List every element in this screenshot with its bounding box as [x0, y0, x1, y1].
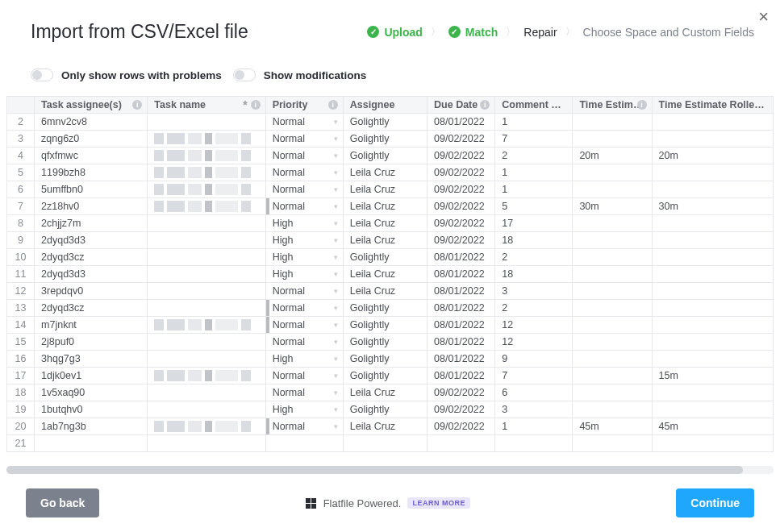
table-row[interactable]: 26mnv2cv8Normal▾Golightly08/01/20221: [7, 114, 774, 131]
table-row[interactable]: 65umffbn0Normal▾Leila Cruz09/02/20221: [7, 181, 774, 198]
cell-assignee[interactable]: Leila Cruz: [343, 164, 427, 181]
cell-priority[interactable]: High▾: [265, 401, 343, 418]
cell-assignee[interactable]: Leila Cruz: [343, 384, 427, 401]
cell-time-estimate[interactable]: [573, 351, 652, 368]
cell-assignee[interactable]: Golightly: [343, 351, 427, 368]
cell-time-estimate-rolled-up[interactable]: [652, 249, 773, 266]
cell-assignee[interactable]: Leila Cruz: [343, 266, 427, 283]
cell-comment-count[interactable]: 1: [495, 418, 573, 435]
cell-due-date[interactable]: 08/01/2022: [428, 317, 495, 334]
cell-comment-count[interactable]: 2: [495, 300, 573, 317]
cell-due-date[interactable]: 08/01/2022: [428, 283, 495, 300]
cell-task-assignees[interactable]: 6mnv2cv8: [35, 114, 148, 131]
table-row[interactable]: 4qfxfmwcNormal▾Golightly09/02/2022220m20…: [7, 148, 774, 164]
cell-task-assignees[interactable]: 1ab7ng3b: [35, 418, 148, 435]
col-priority[interactable]: Priority i: [265, 97, 343, 114]
cell-task-assignees[interactable]: m7jnknt: [35, 317, 148, 334]
cell-due-date[interactable]: 08/01/2022: [428, 334, 495, 351]
cell-assignee[interactable]: Leila Cruz: [343, 418, 427, 435]
cell-task-name[interactable]: [148, 351, 265, 368]
cell-comment-count[interactable]: 2: [495, 148, 573, 164]
dropdown-arrow-icon[interactable]: ▾: [334, 405, 338, 414]
cell-task-name[interactable]: [148, 368, 265, 384]
dropdown-arrow-icon[interactable]: ▾: [334, 236, 338, 244]
dropdown-arrow-icon[interactable]: ▾: [334, 168, 338, 177]
cell-time-estimate[interactable]: [573, 334, 652, 351]
cell-due-date[interactable]: 09/02/2022: [428, 148, 495, 164]
table-row[interactable]: 163hqg7g3High▾Golightly08/01/20229: [7, 351, 774, 368]
dropdown-arrow-icon[interactable]: ▾: [334, 304, 338, 312]
toggle-show-modifications[interactable]: [233, 69, 256, 81]
cell-priority[interactable]: Normal▾: [265, 334, 343, 351]
cell-due-date[interactable]: 09/02/2022: [428, 131, 495, 148]
cell-assignee[interactable]: Leila Cruz: [343, 215, 427, 232]
cell-time-estimate[interactable]: [573, 164, 652, 181]
table-row[interactable]: 181v5xaq90Normal▾Leila Cruz09/02/20226: [7, 384, 774, 401]
cell-task-assignees[interactable]: 2dyqd3d3: [35, 232, 148, 249]
table-row[interactable]: 112dyqd3d3High▾Leila Cruz08/01/202218: [7, 266, 774, 283]
cell-task-assignees[interactable]: zqng6z0: [35, 131, 148, 148]
col-task-assignees[interactable]: Task assignee(s) i: [35, 97, 148, 114]
cell-due-date[interactable]: 09/02/2022: [428, 384, 495, 401]
cell-comment-count[interactable]: 1: [495, 114, 573, 131]
cell-task-name[interactable]: [148, 418, 265, 435]
cell-time-estimate[interactable]: 30m: [573, 198, 652, 215]
cell-due-date[interactable]: 08/01/2022: [428, 300, 495, 317]
dropdown-arrow-icon[interactable]: ▾: [334, 287, 338, 295]
cell-comment-count[interactable]: 2: [495, 249, 573, 266]
table-row[interactable]: 191butqhv0High▾Golightly09/02/20223: [7, 401, 774, 418]
cell-task-name[interactable]: [148, 249, 265, 266]
cell-task-name[interactable]: [148, 435, 265, 452]
cell-comment-count[interactable]: 3: [495, 283, 573, 300]
cell-assignee[interactable]: Golightly: [343, 249, 427, 266]
cell-comment-count[interactable]: 6: [495, 384, 573, 401]
cell-time-estimate[interactable]: [573, 401, 652, 418]
table-row[interactable]: 82chjjz7mHigh▾Leila Cruz09/02/202217: [7, 215, 774, 232]
cell-comment-count[interactable]: 9: [495, 351, 573, 368]
cell-time-estimate-rolled-up[interactable]: [652, 232, 773, 249]
cell-time-estimate-rolled-up[interactable]: [652, 181, 773, 198]
dropdown-arrow-icon[interactable]: ▾: [334, 185, 338, 193]
table-row[interactable]: 201ab7ng3bNormal▾Leila Cruz09/02/2022145…: [7, 418, 774, 435]
cell-due-date[interactable]: 09/02/2022: [428, 198, 495, 215]
cell-comment-count[interactable]: 18: [495, 266, 573, 283]
cell-task-assignees[interactable]: 3repdqv0: [35, 283, 148, 300]
data-table-container[interactable]: Task assignee(s) i Task name * i Priorit…: [6, 96, 774, 466]
cell-assignee[interactable]: Golightly: [343, 131, 427, 148]
cell-due-date[interactable]: [428, 435, 495, 452]
cell-due-date[interactable]: 08/01/2022: [428, 249, 495, 266]
cell-priority[interactable]: High▾: [265, 351, 343, 368]
cell-task-assignees[interactable]: 5umffbn0: [35, 181, 148, 198]
table-row[interactable]: 102dyqd3czHigh▾Golightly08/01/20222: [7, 249, 774, 266]
cell-priority[interactable]: Normal▾: [265, 418, 343, 435]
table-row[interactable]: 72z18hv0Normal▾Leila Cruz09/02/2022530m3…: [7, 198, 774, 215]
cell-assignee[interactable]: Golightly: [343, 368, 427, 384]
cell-priority[interactable]: Normal▾: [265, 283, 343, 300]
col-task-name[interactable]: Task name * i: [148, 97, 265, 114]
cell-comment-count[interactable]: 1: [495, 181, 573, 198]
dropdown-arrow-icon[interactable]: ▾: [334, 270, 338, 278]
table-row[interactable]: 51199bzh8Normal▾Leila Cruz09/02/20221: [7, 164, 774, 181]
table-row[interactable]: 14m7jnkntNormal▾Golightly08/01/202212: [7, 317, 774, 334]
col-comment-count[interactable]: Comment Count: [495, 97, 573, 114]
cell-time-estimate[interactable]: [573, 300, 652, 317]
cell-task-assignees[interactable]: 1djk0ev1: [35, 368, 148, 384]
cell-time-estimate[interactable]: [573, 384, 652, 401]
cell-priority[interactable]: Normal▾: [265, 164, 343, 181]
cell-priority[interactable]: Normal▾: [265, 148, 343, 164]
cell-time-estimate[interactable]: [573, 266, 652, 283]
info-icon[interactable]: i: [480, 100, 490, 110]
cell-comment-count[interactable]: [495, 435, 573, 452]
cell-comment-count[interactable]: 7: [495, 368, 573, 384]
cell-time-estimate[interactable]: [573, 232, 652, 249]
cell-priority[interactable]: [265, 435, 343, 452]
cell-task-assignees[interactable]: 2chjjz7m: [35, 215, 148, 232]
cell-priority[interactable]: Normal▾: [265, 300, 343, 317]
dropdown-arrow-icon[interactable]: ▾: [334, 219, 338, 227]
cell-time-estimate[interactable]: [573, 249, 652, 266]
cell-time-estimate[interactable]: 45m: [573, 418, 652, 435]
cell-time-estimate[interactable]: [573, 114, 652, 131]
dropdown-arrow-icon[interactable]: ▾: [334, 152, 338, 160]
close-button[interactable]: ×: [758, 6, 769, 27]
info-icon[interactable]: i: [637, 100, 647, 110]
